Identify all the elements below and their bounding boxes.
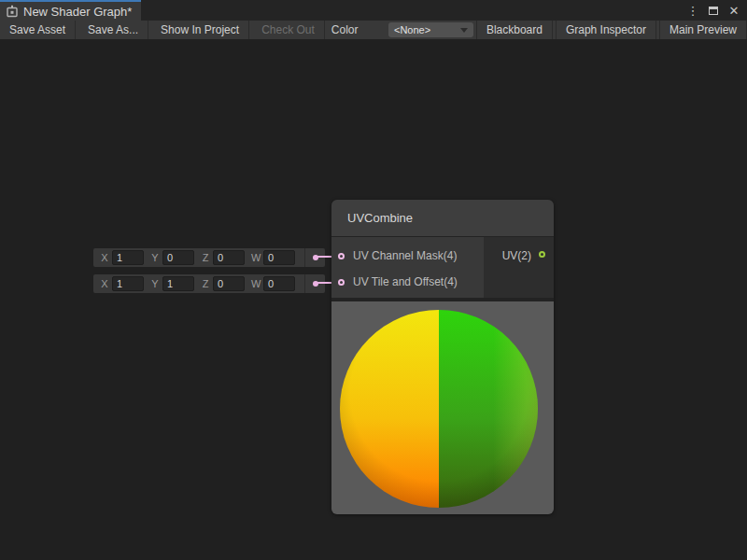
graph-inspector-button[interactable]: Graph Inspector xyxy=(556,21,656,39)
w-field[interactable]: 0 xyxy=(263,250,295,265)
x-label: X xyxy=(100,278,109,289)
shader-graph-asset-icon xyxy=(6,5,19,18)
uv-preview-sphere xyxy=(340,310,538,508)
x-field[interactable]: 1 xyxy=(112,250,144,265)
node-ports: UV Channel Mask(4) UV Tile and Offset(4)… xyxy=(331,237,554,298)
input-port-label: UV Channel Mask(4) xyxy=(353,249,457,262)
output-port-icon[interactable] xyxy=(539,251,545,258)
z-field[interactable]: 0 xyxy=(213,250,245,265)
z-label: Z xyxy=(201,278,210,289)
y-field[interactable]: 0 xyxy=(162,250,194,265)
window-controls: ⋮ ✕ xyxy=(685,0,747,21)
color-mode-label: Color Mode xyxy=(328,21,388,39)
save-asset-button[interactable]: Save Asset xyxy=(0,21,76,39)
input-port-row: UV Channel Mask(4) xyxy=(331,243,484,269)
shader-graph-window: New Shader Graph* ⋮ ✕ Save Asset Save As… xyxy=(0,0,747,560)
blackboard-button[interactable]: Blackboard xyxy=(476,21,553,39)
check-out-button: Check Out xyxy=(252,21,325,39)
y-label: Y xyxy=(150,278,160,289)
z-field[interactable]: 0 xyxy=(213,276,245,291)
title-bar: New Shader Graph* ⋮ ✕ xyxy=(0,0,747,21)
x-field[interactable]: 1 xyxy=(112,276,144,291)
x-label: X xyxy=(100,252,109,263)
chevron-down-icon xyxy=(460,28,468,33)
toolbar: Save Asset Save As... Show In Project Ch… xyxy=(0,21,747,39)
vector4-input-row-1: X 1 Y 0 Z 0 W 0 xyxy=(93,248,325,267)
node-title[interactable]: UVCombine xyxy=(331,200,554,237)
z-label: Z xyxy=(201,252,210,263)
show-in-project-button[interactable]: Show In Project xyxy=(151,21,249,39)
menu-icon[interactable]: ⋮ xyxy=(685,3,700,18)
input-port-icon[interactable] xyxy=(338,279,345,286)
w-field[interactable]: 0 xyxy=(263,276,295,291)
save-as-button[interactable]: Save As... xyxy=(78,21,148,39)
vector4-input-row-2: X 1 Y 1 Z 0 W 0 xyxy=(93,274,325,293)
tab-new-shader-graph[interactable]: New Shader Graph* xyxy=(0,0,141,21)
edge-anchor-1[interactable] xyxy=(304,248,325,267)
input-port-label: UV Tile and Offset(4) xyxy=(353,275,458,288)
toolbar-right-group: Blackboard Graph Inspector Main Preview xyxy=(473,21,747,39)
close-icon[interactable]: ✕ xyxy=(726,3,741,18)
node-input-ports: UV Channel Mask(4) UV Tile and Offset(4) xyxy=(331,237,484,298)
y-field[interactable]: 1 xyxy=(162,276,194,291)
maximize-icon[interactable] xyxy=(706,3,721,18)
input-port-icon[interactable] xyxy=(338,253,345,259)
w-label: W xyxy=(251,252,261,263)
color-mode-dropdown[interactable]: <None> xyxy=(388,22,473,37)
node-preview xyxy=(331,301,554,514)
color-mode-value: <None> xyxy=(394,24,430,35)
graph-canvas[interactable]: X 1 Y 0 Z 0 W 0 X 1 Y 1 Z 0 W 0 xyxy=(0,39,747,560)
node-uvcombine[interactable]: UVCombine UV Channel Mask(4) UV Tile and… xyxy=(331,200,554,514)
tab-title: New Shader Graph* xyxy=(23,5,132,19)
main-preview-button[interactable]: Main Preview xyxy=(659,21,747,39)
node-output-ports: UV(2) xyxy=(484,237,554,298)
output-port-label: UV(2) xyxy=(502,248,531,263)
y-label: Y xyxy=(150,252,160,263)
input-port-row: UV Tile and Offset(4) xyxy=(331,269,484,295)
edge-anchor-2[interactable] xyxy=(304,274,325,293)
w-label: W xyxy=(251,278,261,289)
